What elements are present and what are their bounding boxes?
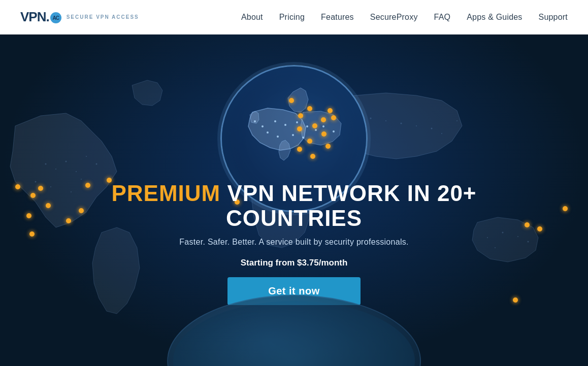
server-dot xyxy=(310,154,315,159)
server-dot xyxy=(307,106,312,111)
svg-point-37 xyxy=(274,120,276,122)
server-dot xyxy=(297,126,302,131)
server-dot xyxy=(46,203,51,208)
svg-point-21 xyxy=(370,118,372,119)
server-dot xyxy=(563,206,568,211)
server-dot xyxy=(79,208,84,213)
svg-point-38 xyxy=(284,124,286,126)
nav-features[interactable]: Features xyxy=(321,13,354,22)
hero-section: PREMIUM VPN NETWORK IN 20+ COUNTRIES Fas… xyxy=(0,35,588,366)
svg-point-44 xyxy=(292,134,294,136)
svg-point-48 xyxy=(254,120,256,122)
main-nav: About Pricing Features SecureProxy FAQ A… xyxy=(241,13,568,22)
svg-point-8 xyxy=(81,179,82,180)
nav-faq[interactable]: FAQ xyxy=(434,13,451,22)
server-dot xyxy=(26,213,31,218)
svg-point-32 xyxy=(517,236,518,237)
server-dot xyxy=(307,139,312,144)
headline-rest: VPN NETWORK IN 20+ COUNTRIES xyxy=(220,181,476,230)
nav-pricing[interactable]: Pricing xyxy=(279,13,305,22)
server-dot xyxy=(321,117,326,122)
header: VPN.AC SECURE VPN ACCESS About Pricing F… xyxy=(0,0,588,35)
headline-premium: PREMIUM xyxy=(111,181,220,206)
server-dot xyxy=(525,222,530,227)
svg-point-22 xyxy=(385,120,386,121)
svg-point-39 xyxy=(296,121,298,123)
svg-point-26 xyxy=(441,133,442,134)
svg-point-7 xyxy=(96,163,97,165)
server-dot xyxy=(85,183,90,188)
server-dot xyxy=(331,115,336,120)
logo: VPN.AC SECURE VPN ACCESS xyxy=(20,9,139,25)
logo-badge: AC xyxy=(50,12,61,23)
svg-point-4 xyxy=(50,186,51,187)
server-dot xyxy=(297,147,302,152)
svg-point-3 xyxy=(76,171,77,172)
svg-point-6 xyxy=(86,156,87,157)
svg-point-24 xyxy=(416,125,417,126)
server-dot xyxy=(513,297,518,303)
server-dot xyxy=(328,108,333,113)
svg-point-41 xyxy=(315,129,317,131)
svg-point-43 xyxy=(333,130,335,132)
nav-apps-guides[interactable]: Apps & Guides xyxy=(467,13,522,22)
server-dot xyxy=(312,123,317,128)
svg-point-0 xyxy=(45,163,47,165)
svg-point-9 xyxy=(71,191,72,192)
server-dot xyxy=(298,113,303,118)
server-dot xyxy=(537,226,542,231)
svg-point-33 xyxy=(528,241,529,243)
svg-point-47 xyxy=(267,131,269,134)
svg-point-45 xyxy=(277,136,279,138)
logo-tagline: SECURE VPN ACCESS xyxy=(67,14,139,20)
svg-point-40 xyxy=(306,125,308,127)
svg-point-1 xyxy=(55,169,56,170)
hero-content: PREMIUM VPN NETWORK IN 20+ COUNTRIES Fas… xyxy=(91,181,497,305)
hero-headline: PREMIUM VPN NETWORK IN 20+ COUNTRIES xyxy=(91,181,497,230)
server-dot xyxy=(29,231,35,237)
server-dot xyxy=(289,98,294,103)
server-dot xyxy=(321,131,326,137)
hero-subtitle: Faster. Safer. Better. A service built b… xyxy=(91,238,497,247)
server-dot xyxy=(325,144,331,149)
svg-point-46 xyxy=(302,137,304,139)
server-dot xyxy=(38,186,43,191)
svg-point-25 xyxy=(431,128,433,129)
server-dot xyxy=(30,193,36,198)
svg-point-31 xyxy=(502,232,504,234)
nav-secureproxy[interactable]: SecureProxy xyxy=(370,13,418,22)
svg-point-36 xyxy=(262,125,264,127)
nav-about[interactable]: About xyxy=(241,13,263,22)
svg-point-27 xyxy=(456,120,458,121)
nav-support[interactable]: Support xyxy=(539,13,568,22)
logo-vpn-text: VPN.AC xyxy=(20,9,61,25)
server-dot xyxy=(66,218,71,223)
hero-price: Starting from $3.75/month xyxy=(91,258,497,268)
svg-point-5 xyxy=(35,181,37,183)
svg-point-2 xyxy=(66,161,67,162)
svg-point-23 xyxy=(401,123,402,124)
server-dot xyxy=(15,184,20,189)
svg-point-42 xyxy=(322,125,324,127)
